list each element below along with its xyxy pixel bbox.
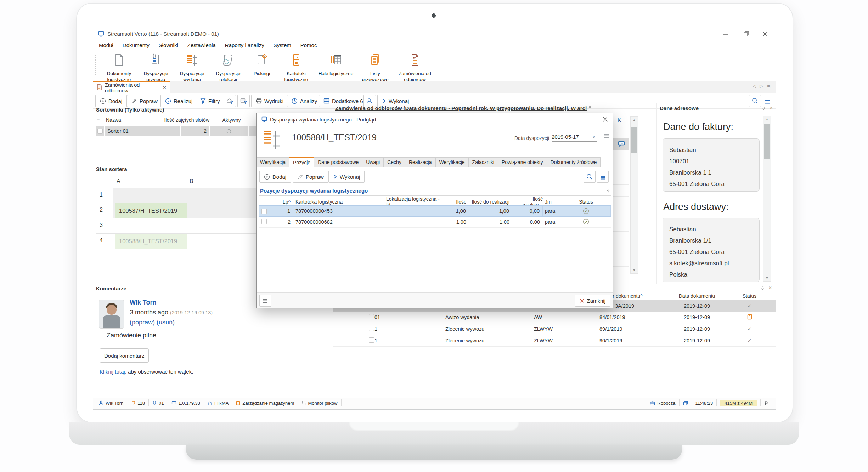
home-filter-button[interactable]	[224, 95, 236, 107]
modal-dodaj-button[interactable]: Dodaj	[259, 171, 291, 183]
panel-pin-icon[interactable]	[762, 106, 766, 112]
slot-cell-occupied[interactable]: 100588/H_TEST/2019	[115, 234, 187, 249]
ribbon-hale-logistyczne[interactable]: Hale logistyczne	[315, 53, 357, 83]
row-checkbox[interactable]	[261, 209, 267, 214]
date-input[interactable]: 2019-05-17	[552, 134, 597, 142]
ribbon-dyspozycje-relokacji[interactable]: Dyspozycje relokacji	[210, 53, 246, 83]
status-company[interactable]: FIRMA	[204, 399, 232, 406]
col-data-dokumentu[interactable]: Data dokumentu	[670, 293, 723, 299]
analizy-button[interactable]: Analizy	[287, 95, 322, 107]
status-db[interactable]: Robocza	[646, 399, 679, 406]
col-lp[interactable]: Lp^	[271, 199, 293, 205]
modal-table-row[interactable]: 2 7870000000682 1,00 1,00 0,00 para	[259, 217, 611, 228]
status-module[interactable]: Zarządzanie magazynem	[232, 399, 298, 406]
status-trash[interactable]	[760, 399, 772, 406]
col-status[interactable]: Status	[561, 199, 611, 205]
minimize-button[interactable]	[721, 30, 731, 39]
panel-vscrollbar[interactable]: ▲ ▼	[763, 116, 771, 282]
menu-raporty[interactable]: Raporty i analizy	[225, 42, 264, 48]
col-nazwa[interactable]: Nazwa	[106, 117, 121, 123]
col-aktywny[interactable]: Aktywny	[213, 117, 250, 123]
grid-pin-icon[interactable]	[588, 105, 592, 112]
tab-zamowienia-od-odbiorcow[interactable]: Zamówienia od odbiorców ✕	[93, 81, 170, 93]
documents-row[interactable]: 1 Zlecenie wywozu ZLWYW 89/1/2019 2019-1…	[333, 323, 776, 335]
status-user[interactable]: Wik Torn	[95, 399, 127, 406]
ribbon-listy-przewozowe[interactable]: Listy przewozowe	[357, 53, 394, 83]
wydruki-button[interactable]: Wydruki	[251, 95, 288, 107]
slot-cell-occupied[interactable]: 100587/H_TEST/2019	[115, 203, 187, 218]
dodaj-button[interactable]: Dodaj	[95, 95, 127, 107]
comment-edit-link[interactable]: (popraw)	[130, 319, 155, 326]
modal-grid-menu-button[interactable]	[597, 171, 609, 183]
col-jm[interactable]: Jm	[543, 199, 561, 205]
modal-popraw-button[interactable]: Popraw	[293, 171, 328, 183]
scrollbar-thumb[interactable]	[631, 127, 637, 153]
realizuj-button[interactable]: Realizuj	[160, 95, 197, 107]
add-comment-button[interactable]: Dodaj komentarz	[100, 348, 149, 363]
tab-list-icon[interactable]: ▣	[766, 84, 770, 89]
ribbon-dyspozycje-wydania[interactable]: Dyspozycje wydania	[174, 53, 210, 83]
tab-pozycje[interactable]: Pozycje	[289, 157, 314, 167]
col-kartoteka[interactable]: Kartoteka logistyczna	[293, 199, 384, 205]
ribbon-dyspozycje-przyjecia[interactable]: Dyspozycje przyjęcia	[138, 53, 174, 83]
restore-button[interactable]	[741, 30, 751, 39]
close-button[interactable]	[760, 30, 770, 39]
row-checkbox[interactable]	[97, 129, 103, 134]
menu-slowniki[interactable]: Słowniki	[159, 42, 178, 48]
menu-zestawienia[interactable]: Zestawienia	[187, 42, 216, 48]
status-version[interactable]: 1.0.179.33	[168, 399, 204, 406]
date-menu-icon[interactable]	[604, 133, 609, 140]
grid-selected-row[interactable]	[613, 138, 629, 150]
modal-close-icon[interactable]	[601, 115, 609, 125]
tab-powiazane-obiekty[interactable]: Powiązane obiekty	[498, 157, 547, 167]
zamknij-button[interactable]: Zamknij	[575, 295, 610, 307]
scroll-down-icon[interactable]: ▼	[631, 267, 638, 273]
menu-pomoc[interactable]: Pomoc	[300, 42, 317, 48]
tab-next-icon[interactable]: ▷	[760, 84, 763, 89]
dock-close-icon[interactable]: ✕	[768, 285, 772, 290]
modal-wykonaj-button[interactable]: Wykonaj	[328, 171, 365, 183]
menu-modul[interactable]: Moduł	[99, 42, 113, 48]
tab-uwagi[interactable]: Uwagi	[362, 157, 384, 167]
tab-cechy[interactable]: Cechy	[384, 157, 405, 167]
col-slots[interactable]: Ilość zajętych slotów	[149, 117, 209, 123]
footer-menu-button[interactable]	[259, 295, 271, 307]
comment-delete-link[interactable]: (usuń)	[157, 319, 175, 326]
tab-prev-icon[interactable]: ◁	[753, 84, 756, 89]
tab-zalaczniki[interactable]: Załączniki	[469, 157, 498, 167]
ribbon-dokumenty-logistyczne[interactable]: Dokumenty logistyczne	[100, 53, 138, 83]
row-checkbox[interactable]	[369, 326, 374, 331]
tab-weryfikacje[interactable]: Weryfikacje	[436, 157, 469, 167]
scroll-up-icon[interactable]: ▲	[631, 117, 638, 123]
ribbon-drag-handle[interactable]	[95, 55, 97, 75]
col-ilosc-do-realizacji[interactable]: Ilość do realizacji	[469, 199, 512, 205]
menu-system[interactable]: System	[274, 42, 291, 48]
status-station[interactable]: 01	[149, 399, 168, 406]
section-pin-icon[interactable]	[607, 188, 610, 194]
chevron-down-icon[interactable]: ∨	[592, 135, 596, 140]
status-file-monitor[interactable]: Monitor plików	[298, 399, 341, 406]
status-session[interactable]: 118	[127, 399, 149, 406]
modal-search-button[interactable]	[584, 171, 596, 183]
ribbon-kartoteki-logistyczne[interactable]: Kartoteki logistyczne	[277, 53, 315, 83]
popraw-button[interactable]: Popraw	[127, 95, 162, 107]
panel-close-icon[interactable]: ✕	[770, 106, 773, 110]
col-ilosc[interactable]: Ilość	[444, 199, 469, 205]
tab-weryfikacja[interactable]: Weryfikacja	[257, 157, 289, 167]
filtry-button[interactable]: Filtry	[196, 95, 225, 107]
menu-dokumenty[interactable]: Dokumenty	[123, 42, 150, 48]
grid-vscrollbar[interactable]: ▲ ▼	[630, 116, 638, 274]
documents-row[interactable]: 1 Zlecenie wywozu ZLWYW 90/1/2019 2019-1…	[333, 335, 776, 347]
ribbon-pickingi[interactable]: Pickingi	[246, 53, 277, 83]
ribbon-zamowienia-od-odbiorcow[interactable]: Zamówienia od odbiorców	[394, 53, 436, 83]
calendar-filter-button[interactable]	[237, 95, 250, 107]
scroll-down-icon[interactable]: ▼	[763, 275, 771, 281]
row-checkbox[interactable]	[369, 314, 374, 319]
tab-dokumenty-zrodlowe[interactable]: Dokumenty źródłowe	[547, 157, 601, 167]
col-a[interactable]: A	[117, 178, 120, 184]
documents-row[interactable]: 01 Awizo wydania AW 84/01/2019 2019-12-0…	[333, 312, 776, 323]
status-windows-icon[interactable]	[680, 399, 692, 406]
comment-author-link[interactable]: Wik Torn	[130, 299, 157, 306]
scrollbar-thumb[interactable]	[764, 124, 770, 159]
tab-close-icon[interactable]: ✕	[163, 85, 167, 90]
